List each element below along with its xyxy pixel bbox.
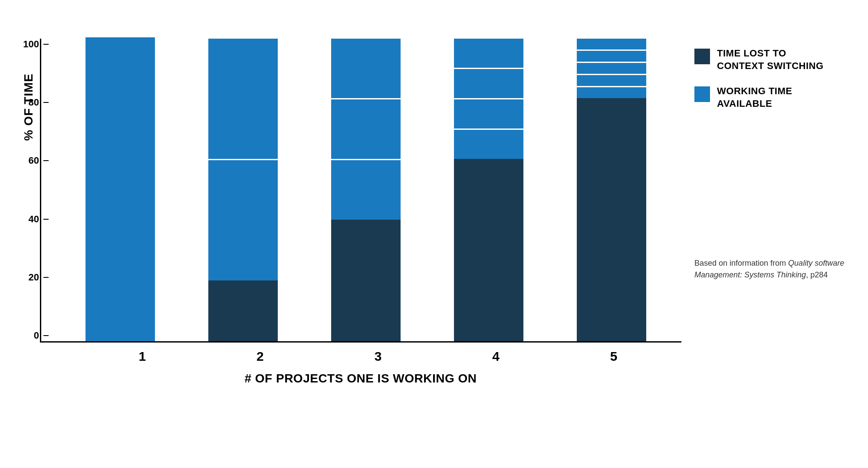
stacked-bar-3 [331, 37, 401, 341]
stacked-bar-1 [85, 37, 155, 341]
bar-segment-blue [85, 37, 155, 341]
bar-segment-blue-5 [577, 86, 646, 98]
bar-segment-blue-4 [454, 129, 523, 159]
y-ticks: 100 80 60 40 20 0 [15, 39, 39, 341]
x-label-4: 4 [446, 349, 546, 364]
bar-group-3 [313, 37, 418, 341]
y-tick-100: 100 [15, 39, 39, 50]
bar-segment-blue-top [208, 159, 278, 280]
bar-segment-blue-bottom [208, 37, 278, 159]
bar-group-4 [436, 37, 541, 341]
bar-segment-dark [208, 280, 278, 341]
bar-segment-blue-3 [454, 98, 523, 129]
bar-segment-blue-2 [331, 98, 401, 159]
legend-color-blue [694, 86, 710, 102]
stacked-bar-4 [454, 37, 523, 341]
citation: Based on information from Quality softwa… [694, 257, 844, 281]
legend-label-blue: WORKING TIMEAVAILABLE [717, 85, 792, 110]
bar-segment-dark [454, 159, 523, 341]
chart-container: % OF TIME 100 80 60 40 20 0 [22, 21, 846, 447]
stacked-bar-5 [577, 37, 646, 341]
bar-group-5 [559, 37, 664, 341]
y-tick-0: 0 [15, 330, 39, 341]
x-label-5: 5 [563, 349, 664, 364]
legend-item-blue: WORKING TIMEAVAILABLE [694, 85, 824, 110]
legend-color-dark [694, 49, 710, 64]
y-tick-40: 40 [15, 214, 39, 225]
bar-group-2 [190, 37, 296, 341]
legend-item-dark: TIME LOST TOCONTEXT SWITCHING [694, 47, 824, 72]
x-label-2: 2 [210, 349, 311, 364]
chart-inner: 100 80 60 40 20 0 [40, 39, 681, 386]
x-label-1: 1 [92, 349, 193, 364]
legend: TIME LOST TOCONTEXT SWITCHING WORKING TI… [694, 47, 824, 110]
bars-wrapper [50, 39, 681, 341]
legend-label-dark: TIME LOST TOCONTEXT SWITCHING [717, 47, 824, 72]
bar-segment-blue-2 [454, 68, 523, 98]
x-axis-title: # OF PROJECTS ONE IS WORKING ON [40, 372, 681, 386]
x-label-3: 3 [328, 349, 428, 364]
y-tick-20: 20 [15, 272, 39, 283]
legend-citation-area: TIME LOST TOCONTEXT SWITCHING WORKING TI… [681, 39, 846, 281]
plot-area: 100 80 60 40 20 0 [40, 39, 681, 343]
bar-segment-dark [331, 220, 401, 341]
bar-group-1 [67, 37, 173, 341]
bar-segment-blue-1 [331, 37, 401, 98]
y-tick-60: 60 [15, 155, 39, 166]
stacked-bar-2 [208, 37, 278, 341]
bar-segment-blue-1 [454, 37, 523, 68]
bar-segment-blue-4 [577, 74, 646, 86]
bar-segment-blue-1 [577, 37, 646, 49]
chart-area: % OF TIME 100 80 60 40 20 0 [22, 39, 681, 386]
x-labels: 1 2 3 4 5 [75, 343, 681, 364]
bar-segment-dark [577, 98, 646, 341]
bar-segment-blue-3 [577, 62, 646, 74]
bar-segment-blue-2 [577, 49, 646, 62]
bar-segment-blue-3 [331, 159, 401, 220]
y-tick-80: 80 [15, 97, 39, 108]
